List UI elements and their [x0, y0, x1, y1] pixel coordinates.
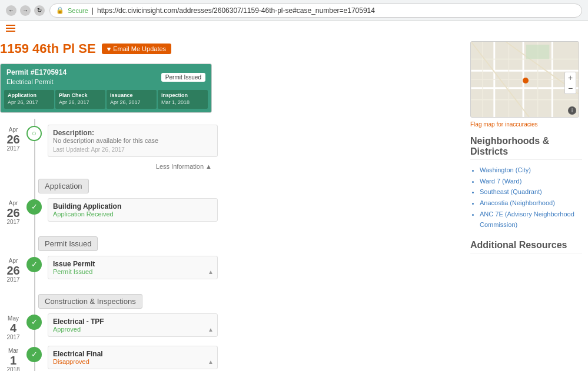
year-permit: 2017: [0, 276, 26, 283]
address-bar[interactable]: 🔒 Secure | https://dc.civicinsight.com/a…: [49, 4, 582, 18]
section-construction-label: Construction & Inspections: [38, 294, 142, 309]
permit-type: Electrical Permit: [6, 78, 67, 86]
reload-button[interactable]: ↻: [34, 5, 45, 16]
day-permit: 26: [0, 265, 26, 276]
tpf-content: Electrical - TPF Approved ▲: [48, 313, 218, 337]
neighborhood-washington[interactable]: Washington (City): [480, 165, 582, 176]
timeline-entry-electrical-final: Mar 1 2018 ✓ Electrical Final Disapprove…: [0, 346, 218, 371]
neighborhood-anacostia[interactable]: Anacostia (Neighborhood): [480, 198, 582, 209]
email-updates-button[interactable]: ♥ Email Me Updates: [102, 44, 171, 54]
tpf-sub: Approved: [53, 326, 212, 333]
month-permit: Apr: [0, 258, 26, 265]
step-inspection-date: Mar 1, 2018: [161, 99, 204, 106]
timeline-date-tpf: May 4 2017: [0, 313, 26, 341]
step-application-name: Application: [8, 92, 51, 99]
step-issuance-name: Issuance: [110, 92, 153, 99]
chevron-up-icon: ▲: [205, 163, 212, 170]
timeline-date-app: Apr 26 2017: [0, 198, 26, 226]
neighborhood-ward7[interactable]: Ward 7 (Ward): [480, 176, 582, 187]
permit-status-badge: Permit Issued: [161, 73, 205, 82]
step-issuance-date: Apr 26, 2017: [110, 99, 153, 106]
timeline-entry-permit-issued: Apr 26 2017 ✓ Issue Permit Permit Issued…: [0, 256, 218, 283]
less-info-button[interactable]: Less Information ▲: [156, 163, 212, 170]
timeline-entry-electrical-tpf: May 4 2017 ✓ Electrical - TPF Approved ▲: [0, 313, 218, 341]
expand-icon-tpf[interactable]: ▲: [208, 326, 214, 333]
zoom-in-button[interactable]: +: [565, 72, 576, 83]
step-application-date: Apr 26, 2017: [8, 99, 51, 106]
step-plancheck: Plan Check Apr 26, 2017: [55, 90, 105, 108]
expand-icon-permit[interactable]: ▲: [208, 269, 214, 275]
tpf-title: Electrical - TPF: [53, 317, 212, 326]
description-text: No description available for this case: [53, 137, 212, 144]
year-app: 2017: [0, 219, 26, 226]
less-info-area: Less Information ▲: [0, 162, 212, 171]
page-title: 1159 46th Pl SE: [0, 41, 96, 56]
timeline-container: Apr 26 2017 ○ Description: No descriptio…: [0, 119, 218, 371]
year-tpf: 2017: [0, 334, 26, 341]
step-plancheck-name: Plan Check: [59, 92, 102, 99]
section-application-label: Application: [38, 179, 89, 193]
permit-card: Permit #E1705914 Electrical Permit Permi…: [0, 63, 212, 113]
lock-icon: 🔒: [56, 6, 64, 14]
zoom-out-button[interactable]: −: [565, 83, 576, 93]
email-btn-label: Email Me Updates: [113, 45, 166, 52]
neighborhood-southeast[interactable]: Southeast (Quadrant): [480, 186, 582, 198]
section-permit-issued-label: Permit Issued: [38, 236, 98, 251]
flag-map-link[interactable]: Flag map for inaccuracies: [470, 121, 582, 128]
final-sub: Disapproved: [53, 358, 212, 365]
timeline-icon-final: ✓: [26, 347, 42, 362]
expand-icon-final[interactable]: ▲: [208, 359, 214, 365]
description-content: Description: No description available fo…: [48, 125, 218, 157]
month-app: Apr: [0, 200, 26, 207]
forward-button[interactable]: →: [20, 5, 31, 16]
back-button[interactable]: ←: [6, 5, 16, 16]
building-app-title: Building Application: [53, 202, 212, 210]
year-1: 2017: [0, 145, 26, 152]
secure-label: Secure: [68, 7, 88, 14]
ham-line-3: [6, 31, 15, 32]
map-container: + − i: [470, 41, 579, 118]
timeline-icon-app: ✓: [26, 199, 42, 215]
step-application: Application Apr 26, 2017: [4, 90, 54, 108]
issue-permit-title: Issue Permit: [53, 260, 212, 268]
day-app: 26: [0, 207, 26, 219]
timeline-icon-permit: ✓: [26, 257, 42, 272]
heart-icon: ♥: [107, 45, 111, 52]
neighborhood-anc7e[interactable]: ANC 7E (Advisory Neighborhood Commission…: [480, 209, 582, 230]
step-inspection: Inspection Mar 1, 2018: [158, 90, 208, 108]
timeline-entry-description: Apr 26 2017 ○ Description: No descriptio…: [0, 125, 218, 157]
final-content: Electrical Final Disapproved ▲: [48, 346, 218, 369]
permit-header-left: Permit #E1705914 Electrical Permit: [6, 68, 67, 86]
page-title-area: 1159 46th Pl SE ♥ Email Me Updates: [0, 41, 459, 56]
progress-steps: Application Apr 26, 2017 Plan Check Apr …: [1, 90, 211, 112]
description-label: Description:: [53, 129, 212, 137]
month-tpf: May: [0, 315, 26, 322]
logo-area: [0, 21, 588, 35]
neighborhoods-title: Neighborhoods & Districts: [470, 136, 582, 160]
building-app-sub: Application Received: [53, 210, 212, 218]
url-text: https://dc.civicinsight.com/addresses/26…: [97, 6, 375, 15]
hamburger-menu[interactable]: [6, 25, 15, 32]
issue-permit-sub: Permit Issued: [53, 268, 212, 275]
day-1: 26: [0, 133, 26, 145]
nav-buttons: ← → ↻: [6, 5, 45, 16]
page-container: 1159 46th Pl SE ♥ Email Me Updates Permi…: [0, 35, 588, 371]
permit-number: Permit #E1705914: [6, 68, 67, 78]
step-plancheck-date: Apr 26, 2017: [59, 99, 102, 106]
timeline-date-final: Mar 1 2018: [0, 346, 26, 371]
step-inspection-name: Inspection: [161, 92, 204, 99]
day-final: 1: [0, 355, 26, 366]
additional-resources-title: Additional Resources: [470, 240, 582, 253]
browser-chrome: ← → ↻ 🔒 Secure | https://dc.civicinsight…: [0, 0, 588, 21]
last-updated-text: Last Updated: Apr 26, 2017: [53, 146, 212, 153]
map-info-icon: i: [568, 106, 576, 115]
pipe-separator: |: [92, 6, 94, 15]
month-1: Apr: [0, 126, 26, 133]
ham-line-2: [6, 28, 15, 29]
map-zoom-controls: + −: [564, 72, 576, 94]
timeline-entry-building-app: Apr 26 2017 ✓ Building Application Appli…: [0, 198, 218, 226]
final-title: Electrical Final: [53, 350, 212, 358]
permit-issued-content: Issue Permit Permit Issued ▲: [48, 256, 218, 279]
timeline-icon-1: ○: [26, 126, 42, 141]
svg-rect-14: [526, 45, 549, 59]
